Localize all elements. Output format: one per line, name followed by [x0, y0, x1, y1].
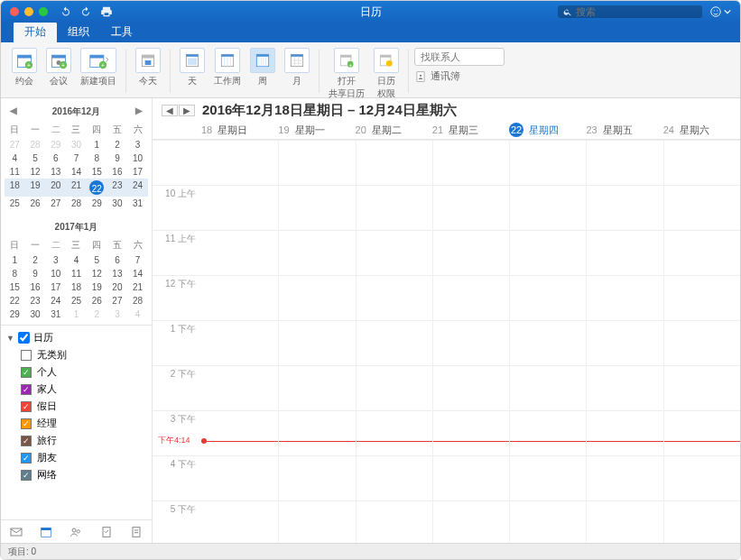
calendar-nav-icon[interactable] — [36, 523, 56, 541]
day-header[interactable]: 23星期五 — [586, 123, 662, 137]
tasks-nav-icon[interactable] — [97, 523, 116, 541]
people-nav-icon[interactable] — [66, 523, 86, 541]
svg-rect-4 — [18, 55, 32, 58]
calendar-category[interactable]: ✓假日 — [1, 398, 152, 415]
zoom-icon[interactable] — [39, 7, 48, 16]
calendar-category[interactable]: ✓网络 — [1, 466, 152, 483]
redo-icon[interactable] — [80, 6, 91, 17]
calendar-content: ◀ ▶ 2016年12月18日星期日 – 12月24日星期六 18星期日19星期… — [153, 98, 740, 543]
addressbook-button[interactable]: 通讯簿 — [414, 69, 505, 83]
day-header[interactable]: 18星期日 — [201, 123, 278, 137]
smiley-icon — [709, 5, 722, 18]
find-contact-input[interactable] — [414, 48, 505, 66]
svg-point-52 — [77, 529, 79, 532]
undo-icon[interactable] — [60, 6, 71, 17]
svg-text:+: + — [27, 62, 31, 69]
search-box[interactable] — [558, 5, 702, 18]
sidebar: ◀ 2016年12月 ▶ 日一二三四五六27282930123456789101… — [1, 98, 153, 543]
week-nav: ◀ ▶ — [162, 105, 195, 116]
new-item-button[interactable]: + 新建项目 — [77, 46, 120, 89]
svg-rect-54 — [133, 527, 140, 537]
svg-rect-8 — [52, 55, 66, 58]
day-header[interactable]: 21星期三 — [432, 123, 509, 137]
day-header[interactable]: 24星期六 — [663, 123, 740, 137]
ribbon: + 约会 + 会议 + 新建项目 今天 天 工作周 周 月 + 打开 共享日历 … — [1, 42, 740, 98]
svg-point-51 — [72, 528, 76, 532]
mini-calendar-1[interactable]: ◀ 2016年12月 ▶ 日一二三四五六27282930123456789101… — [1, 98, 152, 214]
week-view-button[interactable]: 周 — [246, 46, 279, 89]
date-range-title: 2016年12月18日星期日 – 12月24日星期六 — [202, 102, 457, 119]
calendar-category[interactable]: ✓无类别 — [1, 346, 152, 363]
today-button[interactable]: 今天 — [132, 46, 164, 89]
svg-text:+: + — [101, 62, 105, 69]
time-grid[interactable]: 10 上午11 上午12 下午1 下午2 下午3 下午4 下午5 下午 下午4:… — [153, 140, 740, 543]
svg-point-1 — [714, 10, 715, 11]
svg-rect-34 — [291, 54, 302, 57]
day-header[interactable]: 19星期一 — [278, 123, 355, 137]
svg-rect-20 — [186, 54, 198, 57]
title-bar: 日历 — [1, 1, 740, 23]
month-view-button[interactable]: 月 — [281, 46, 313, 89]
print-icon[interactable] — [100, 5, 113, 18]
calendar-root[interactable]: ▼ 日历 — [1, 329, 152, 346]
svg-rect-18 — [145, 60, 152, 65]
chevron-down-icon: ▼ — [6, 334, 14, 343]
calendar-category[interactable]: ✓家人 — [1, 381, 152, 398]
calendar-category[interactable]: ✓个人 — [1, 363, 152, 381]
svg-rect-13 — [90, 55, 104, 58]
status-bar: 项目: 0 — [1, 543, 740, 559]
tab-home[interactable]: 开始 — [14, 22, 57, 42]
permissions-button[interactable]: 日历 权限 — [370, 46, 403, 102]
calendar-category[interactable]: ✓经理 — [1, 415, 152, 432]
day-header[interactable]: 22星期四 — [509, 123, 586, 137]
svg-point-47 — [420, 74, 421, 76]
window-title: 日历 — [360, 5, 382, 20]
meeting-button[interactable]: + 会议 — [42, 46, 75, 89]
svg-rect-23 — [221, 54, 233, 57]
help-button[interactable] — [709, 5, 731, 18]
search-icon — [563, 7, 572, 17]
svg-point-0 — [711, 7, 721, 17]
day-header[interactable]: 20星期二 — [356, 123, 432, 137]
nav-switcher — [1, 519, 152, 543]
next-week-button[interactable]: ▶ — [179, 105, 195, 116]
prev-month-icon[interactable]: ◀ — [10, 106, 17, 115]
tab-tools[interactable]: 工具 — [100, 22, 144, 42]
svg-rect-28 — [256, 54, 268, 57]
current-time-line: 下午4:14 — [201, 441, 740, 442]
prev-week-button[interactable]: ◀ — [162, 105, 178, 116]
day-view-button[interactable]: 天 — [176, 46, 208, 89]
svg-text:+: + — [348, 62, 352, 68]
workweek-view-button[interactable]: 工作周 — [210, 46, 245, 89]
next-month-icon[interactable]: ▶ — [135, 106, 143, 115]
calendar-category[interactable]: ✓朋友 — [1, 449, 152, 466]
mini-calendar-2[interactable]: 2017年1月 日一二三四五六1234567891011121314151617… — [1, 214, 152, 325]
svg-rect-40 — [340, 55, 351, 58]
ribbon-tabs: 开始 组织 工具 — [1, 23, 740, 42]
svg-rect-44 — [380, 55, 391, 58]
svg-point-45 — [386, 60, 393, 67]
svg-point-2 — [717, 10, 718, 11]
addressbook-icon — [414, 70, 427, 83]
minimize-icon[interactable] — [24, 7, 33, 16]
svg-text:+: + — [61, 62, 65, 69]
close-icon[interactable] — [10, 7, 19, 16]
tab-organize[interactable]: 组织 — [57, 22, 100, 42]
svg-rect-48 — [11, 528, 22, 536]
window-controls — [1, 7, 48, 16]
svg-rect-21 — [188, 59, 197, 66]
chevron-down-icon — [724, 8, 731, 15]
search-input[interactable] — [576, 6, 697, 17]
svg-rect-50 — [42, 528, 51, 530]
mail-nav-icon[interactable] — [6, 523, 26, 541]
appointment-button[interactable]: + 约会 — [8, 46, 41, 89]
notes-nav-icon[interactable] — [126, 523, 146, 541]
calendar-category[interactable]: ✓旅行 — [1, 432, 152, 449]
svg-rect-17 — [142, 55, 153, 58]
open-shared-button[interactable]: + 打开 共享日历 — [325, 46, 368, 102]
calendar-folders: ▼ 日历 ✓无类别✓个人✓家人✓假日✓经理✓旅行✓朋友✓网络 — [1, 325, 152, 519]
